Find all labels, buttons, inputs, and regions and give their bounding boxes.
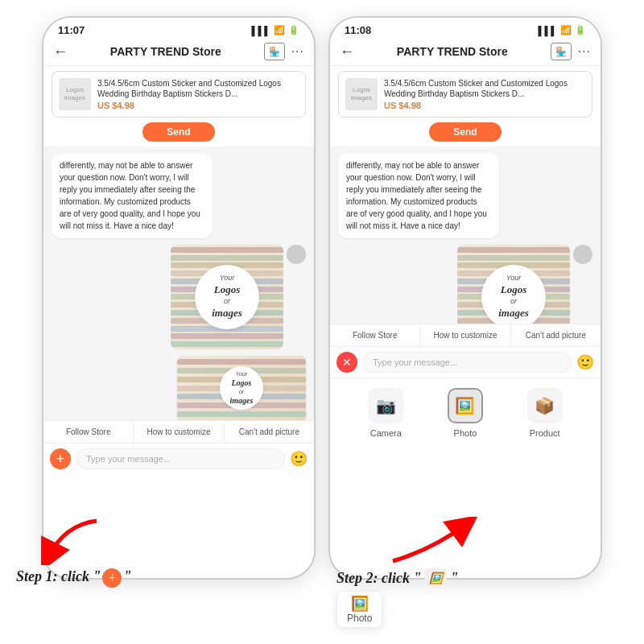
emoji-button-2[interactable]: 🙂 [576,353,594,371]
back-button-1[interactable]: ← [53,43,68,60]
follow-store-tab-2[interactable]: Follow Store [330,324,420,346]
product-preview-img-1: Your Logos or images [177,356,306,420]
product-price-1: US $4.98 [97,101,299,110]
photo-tooltip: 🖼️ Photo [336,591,382,628]
status-time-2: 11:08 [345,24,371,36]
sticker-1: Your Logos or images [171,245,283,349]
quick-tabs-2: Follow Store How to customize Can't add … [330,324,601,347]
wifi-icon-1: 📶 [274,25,285,35]
cant-add-picture-tab-2[interactable]: Can't add picture [511,324,601,346]
product-info-1: 3.5/4.5/6cm Custom Sticker and Customize… [97,78,299,110]
sticker-2: Your Logos or images [457,245,570,324]
step1-label: Step 1: click "+" [16,568,131,588]
step2-label: Step 2: click " 🖼️ " [336,568,458,588]
product-preview-1[interactable]: Your Logos or images US $4.98 3.5/4.5/6c… [177,356,306,420]
product-card-1: Logosimages 3.5/4.5/6cm Custom Sticker a… [52,71,306,118]
battery-icon-1: 🔋 [288,25,299,35]
camera-label: Camera [370,428,402,438]
quick-tabs-1: Follow Store How to customize Can't add … [43,420,314,444]
nav-bar-1: ← PARTY TREND Store 🏪 ··· [43,39,314,66]
product-action[interactable]: 📦 Product [527,388,563,438]
input-placeholder-2: Type your message... [373,357,457,367]
photo-action[interactable]: 🖼️ Photo [448,388,483,438]
arrow-up-2 [385,517,481,565]
chat-area-2: differently, may not be able to answer y… [330,147,601,324]
signal-icon-2: ▌▌▌ [539,26,557,35]
message-input-row-2: ✕ Type your message... 🙂 [330,347,601,378]
photo-icon-box: 🖼️ [448,388,483,423]
signal-icon-1: ▌▌▌ [252,26,270,35]
more-options-icon-1[interactable]: ··· [291,44,304,59]
store-icon-1[interactable]: 🏪 [264,43,285,60]
sticker-text-2: Your Logos or images [498,274,529,320]
sticker-text-1: Your Logos or images [212,274,242,320]
store-icon-2[interactable]: 🏪 [551,43,572,60]
avatar-2 [573,245,592,264]
status-bar-2: 11:08 ▌▌▌ 📶 🔋 [330,18,601,39]
message-input-2[interactable]: Type your message... [362,352,572,373]
status-icons-1: ▌▌▌ 📶 🔋 [252,25,299,35]
phone-1: 11:07 ▌▌▌ 📶 🔋 ← PARTY TREND Store 🏪 ··· … [42,16,316,580]
product-info-2: 3.5/4.5/6cm Custom Sticker and Customize… [384,78,585,110]
nav-icons-2: 🏪 ··· [551,43,591,60]
send-button-2[interactable]: Send [429,122,502,142]
photo-icon: 🖼️ [455,396,475,415]
steps-container: Step 1: click "+" Step 2: click " 🖼️ " 🖼… [0,517,644,628]
product-title-2: 3.5/4.5/6cm Custom Sticker and Customize… [384,78,585,99]
photo-tooltip-icon: 🖼️ [351,595,369,613]
product-icon-box: 📦 [527,388,563,423]
avatar-1 [287,245,306,264]
follow-store-tab-1[interactable]: Follow Store [43,421,134,443]
sticker-circle-1: Your Logos or images [195,265,259,329]
battery-icon-2: 🔋 [575,25,586,35]
product-thumbnail-2: Logosimages [345,78,378,110]
plus-button-1[interactable]: + [50,448,71,469]
product-title-1: 3.5/4.5/6cm Custom Sticker and Customize… [97,78,299,99]
message-input-1[interactable]: Type your message... [76,448,285,469]
store-glyph-1: 🏪 [269,47,280,57]
cant-add-picture-tab-1[interactable]: Can't add picture [225,421,314,443]
send-button-1[interactable]: Send [142,122,215,142]
message-input-row-1: + Type your message... 🙂 [43,444,314,474]
step1-plus-icon: + [102,568,122,588]
nav-icons-1: 🏪 ··· [264,43,304,60]
nav-title-2: PARTY TREND Store [361,45,544,58]
back-button-2[interactable]: ← [340,43,354,60]
status-bar-1: 11:07 ▌▌▌ 📶 🔋 [43,18,314,39]
product-thumbnail-1: Logosimages [59,78,91,110]
arrow-down-1 [32,517,113,565]
action-grid-2: 📷 Camera 🖼️ Photo 📦 Product [330,378,601,451]
close-button-2[interactable]: ✕ [336,352,357,373]
camera-icon: 📷 [376,396,396,415]
sticker-message-1: Your Logos or images [52,245,306,349]
camera-icon-box: 📷 [368,388,403,423]
step1-container: Step 1: click "+" [8,517,316,628]
status-icons-2: ▌▌▌ 📶 🔋 [539,25,586,35]
product-icon: 📦 [535,396,555,415]
product-price-2: US $4.98 [384,101,585,110]
store-glyph-2: 🏪 [555,47,567,57]
status-time-1: 11:07 [58,24,85,36]
product-card-2: Logosimages 3.5/4.5/6cm Custom Sticker a… [338,71,592,118]
product-label: Product [530,428,560,438]
step2-container: Step 2: click " 🖼️ " 🖼️ Photo [328,517,636,628]
more-options-icon-2[interactable]: ··· [578,44,591,59]
photo-tooltip-label: Photo [347,613,372,624]
nav-title-1: PARTY TREND Store [74,45,258,58]
photo-label: Photo [454,428,477,438]
how-to-customize-tab-1[interactable]: How to customize [134,421,224,443]
sticker-circle-2: Your Logos or images [481,265,546,324]
chat-area-1: differently, may not be able to answer y… [43,147,314,420]
step2-photo-icon: 🖼️ [424,568,447,588]
nav-bar-2: ← PARTY TREND Store 🏪 ··· [330,39,601,66]
camera-action[interactable]: 📷 Camera [368,388,403,438]
phone-2: 11:08 ▌▌▌ 📶 🔋 ← PARTY TREND Store 🏪 ··· … [328,16,602,580]
chat-message-2: differently, may not be able to answer y… [338,153,499,238]
sticker-message-2: Your Logos or images [338,245,592,324]
how-to-customize-tab-2[interactable]: How to customize [420,324,510,346]
chat-message-1: differently, may not be able to answer y… [52,153,213,238]
emoji-button-1[interactable]: 🙂 [290,450,308,468]
input-placeholder-1: Type your message... [86,454,171,464]
wifi-icon-2: 📶 [560,25,572,35]
